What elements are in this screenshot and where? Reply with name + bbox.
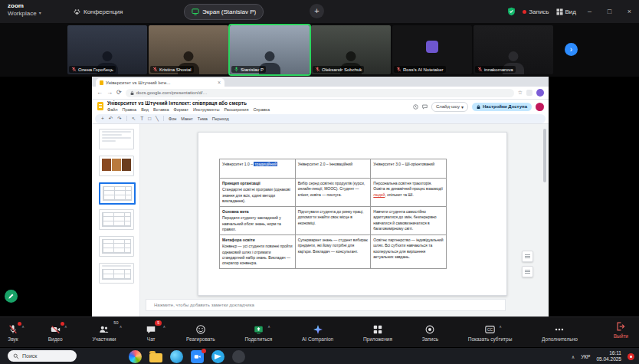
background-button[interactable]: Фон xyxy=(169,116,176,121)
table-cell[interactable]: Вибір серед освітніх продуктів (курси, о… xyxy=(296,179,372,207)
share-screen-button[interactable]: ∧ Поделиться xyxy=(244,323,272,342)
file-explorer-icon[interactable] xyxy=(149,353,162,362)
slide-thumbnail-3-selected[interactable] xyxy=(99,182,136,205)
chevron-up-icon[interactable]: ∧ xyxy=(163,324,166,329)
layout-button[interactable]: Макет xyxy=(181,116,193,121)
participant-tile[interactable]: Олена Горобець xyxy=(67,25,147,74)
security-shield-icon[interactable] xyxy=(507,7,516,16)
participant-tile[interactable]: Kristina Shostal xyxy=(149,25,228,74)
maximize-button[interactable]: □ xyxy=(603,8,616,15)
clock[interactable]: 16:11 05.04.2025 xyxy=(596,350,621,363)
copilot-icon[interactable] xyxy=(129,350,142,363)
language-indicator[interactable]: УКР xyxy=(581,354,590,359)
close-button[interactable]: × xyxy=(623,8,636,15)
record-button[interactable]: Запись xyxy=(422,323,438,342)
scrollbar[interactable] xyxy=(543,129,546,182)
next-participants-button[interactable]: › xyxy=(565,43,578,56)
table-cell[interactable]: Навчити студента самостійно адаптуватися… xyxy=(371,207,447,235)
more-button[interactable]: Дополнительно xyxy=(542,323,578,342)
tray-chevron-icon[interactable]: ∧ xyxy=(572,354,575,359)
table-cell[interactable]: Підготувати студента до ринку праці, доп… xyxy=(296,207,372,235)
url-bar[interactable]: docs.google.com/presentation/d/… xyxy=(126,89,514,97)
menu-format[interactable]: Формат xyxy=(174,107,189,112)
edge-browser-icon[interactable] xyxy=(170,350,183,363)
bookmark-star-icon[interactable]: ☆ xyxy=(518,90,523,96)
table-header-cell[interactable]: Університет 3.0 – ШІ-орієнтований xyxy=(371,159,447,179)
chevron-up-icon[interactable]: ∧ xyxy=(267,324,270,329)
minimize-button[interactable]: – xyxy=(583,8,596,15)
chevron-up-icon[interactable]: ∧ xyxy=(64,324,67,329)
table-cell[interactable]: Освітнє партнерство — індивідуальний шля… xyxy=(371,235,447,269)
cursor-icon[interactable]: ↖ xyxy=(132,116,136,122)
share-settings-button[interactable]: Настройки Доступа xyxy=(472,103,532,111)
slideshow-button[interactable]: Слайд-шоу ▾ xyxy=(431,102,468,112)
chat-button[interactable]: 5 ∧ Чат xyxy=(146,323,156,342)
view-button[interactable]: Вид xyxy=(556,8,576,15)
slide-thumbnail-1[interactable] xyxy=(99,129,134,149)
chevron-up-icon[interactable]: ∧ xyxy=(21,324,25,329)
tab-close-icon[interactable]: × xyxy=(218,80,221,85)
shape-icon[interactable]: □ xyxy=(148,116,151,121)
captions-button[interactable]: CC ∧ Показать субтитры xyxy=(468,323,513,342)
participant-tile[interactable]: Oleksandr Sobchuk xyxy=(311,25,391,74)
side-panel-button[interactable] xyxy=(522,251,533,262)
extensions-icon[interactable] xyxy=(526,90,532,96)
speaker-notes[interactable]: Нажмите, чтобы добавить заметки докладчи… xyxy=(146,299,506,311)
participant-tile[interactable]: Ross's AI Notetaker xyxy=(392,25,472,74)
annotation-pencil-widget[interactable] xyxy=(5,290,18,303)
video-button[interactable]: ∧ Видео xyxy=(48,323,63,342)
redo-icon[interactable]: ↷ xyxy=(117,116,121,122)
slide-thumbnail-5[interactable] xyxy=(99,236,134,257)
app-icon[interactable] xyxy=(232,350,245,363)
menu-help[interactable]: Справка xyxy=(253,107,270,112)
slide-thumbnail-6[interactable] xyxy=(99,263,134,284)
participant-tile[interactable]: innakomarova xyxy=(474,25,553,74)
forward-button[interactable]: → xyxy=(106,90,113,96)
conference-tab[interactable]: Конференция xyxy=(74,0,123,23)
account-avatar[interactable] xyxy=(536,103,544,111)
participant-tile-active-speaker[interactable]: Stanislav P xyxy=(230,25,310,74)
browser-profile-avatar[interactable] xyxy=(536,89,544,97)
history-clock-icon[interactable] xyxy=(413,104,418,110)
telegram-icon[interactable] xyxy=(211,350,224,363)
textbox-icon[interactable]: T xyxy=(140,116,143,121)
audio-button[interactable]: ∧ Звук xyxy=(8,323,18,342)
chevron-up-icon[interactable]: ∧ xyxy=(499,324,502,329)
back-button[interactable]: ← xyxy=(97,90,103,96)
apps-button[interactable]: Приложения xyxy=(363,323,392,342)
slide-thumbnail-4[interactable] xyxy=(99,209,134,230)
leave-button[interactable]: Выйти xyxy=(614,321,628,339)
menu-edit[interactable]: Правка xyxy=(123,107,137,112)
table-header-cell[interactable]: Університет 2.0 – Інноваційний xyxy=(296,159,372,179)
browser-tab[interactable]: Університет vs Штучний Інте... × xyxy=(96,78,224,87)
table-cell[interactable]: Принцип організаціїСтандартні освітні пр… xyxy=(220,179,296,207)
menu-view[interactable]: Вид xyxy=(141,107,149,112)
add-view-button[interactable]: + xyxy=(310,4,324,18)
refresh-button[interactable]: ⟳ xyxy=(116,90,122,96)
chevron-up-icon[interactable]: ∧ xyxy=(120,324,123,329)
theme-button[interactable]: Тема xyxy=(198,116,208,121)
table-cell[interactable]: Супермаркет знань — студент вибирає пред… xyxy=(296,235,372,269)
undo-icon[interactable]: ↶ xyxy=(109,116,113,122)
google-slides-logo[interactable] xyxy=(97,102,103,110)
table-cell[interactable]: Метафора освітиКонвеєр — усі студенти по… xyxy=(220,235,296,269)
taskbar-search[interactable]: Поиск xyxy=(8,350,77,362)
plus-icon[interactable]: + xyxy=(101,116,104,121)
screen-share-tab[interactable]: Экран (Stanislav P) xyxy=(184,4,264,20)
zoom-workplace-menu[interactable]: zoom Workplace ▾ xyxy=(8,2,41,17)
document-title[interactable]: Університет vs Штучний Інтелект: співпра… xyxy=(107,100,247,106)
transition-button[interactable]: Переход xyxy=(212,116,229,121)
menu-insert[interactable]: Вставка xyxy=(153,107,169,112)
comment-icon[interactable] xyxy=(422,104,428,110)
recording-indicator[interactable]: Запись xyxy=(523,8,549,15)
participants-button[interactable]: 50 ∧ Участники xyxy=(92,323,116,342)
slide-canvas[interactable]: Університет 1.0 – традиційний Університе… xyxy=(198,132,507,296)
react-button[interactable]: Реагировать xyxy=(186,323,215,342)
ai-companion-button[interactable]: AI Companion xyxy=(302,323,333,342)
side-panel-button[interactable] xyxy=(522,266,533,277)
table-header-cell[interactable]: Університет 1.0 – традиційний xyxy=(220,159,296,179)
comparison-table[interactable]: Університет 1.0 – традиційний Університе… xyxy=(219,159,447,269)
zoom-app-icon[interactable] xyxy=(191,350,204,363)
menu-file[interactable]: Файл xyxy=(107,107,118,112)
recording-tray-icon[interactable] xyxy=(628,353,634,360)
